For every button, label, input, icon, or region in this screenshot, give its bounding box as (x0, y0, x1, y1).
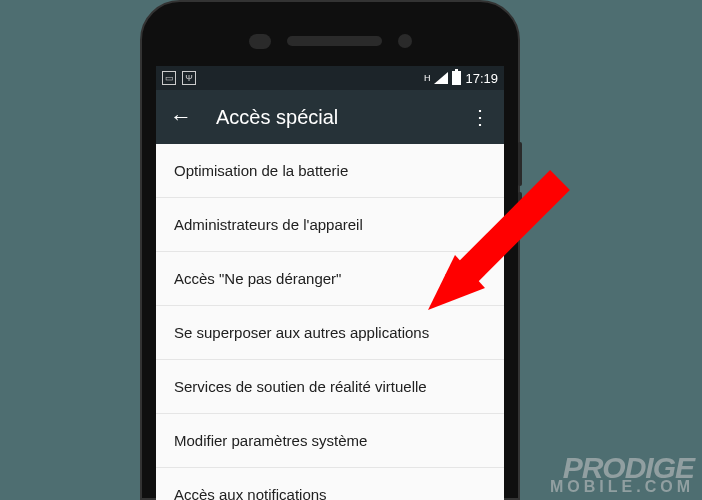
settings-list: Optimisation de la batterie Administrate… (156, 144, 504, 500)
volume-down-button[interactable] (518, 192, 522, 236)
battery-icon (452, 71, 461, 85)
list-item-overlay-apps[interactable]: Se superposer aux autres applications (156, 306, 504, 360)
list-item-label: Accès aux notifications (174, 486, 327, 500)
list-item-do-not-disturb[interactable]: Accès "Ne pas déranger" (156, 252, 504, 306)
speaker-grille (287, 36, 382, 46)
more-vert-icon[interactable]: ⋮ (470, 105, 490, 129)
list-item-modify-system[interactable]: Modifier paramètres système (156, 414, 504, 468)
list-item-label: Services de soutien de réalité virtuelle (174, 378, 427, 395)
volume-up-button[interactable] (518, 142, 522, 186)
phone-hardware-top (156, 16, 504, 66)
camera-hole (249, 34, 271, 49)
usb-icon: Ψ (182, 71, 196, 85)
image-icon: ▭ (162, 71, 176, 85)
list-item-label: Optimisation de la batterie (174, 162, 348, 179)
watermark-line2: MOBILE.COM (550, 480, 694, 494)
list-item-vr-services[interactable]: Services de soutien de réalité virtuelle (156, 360, 504, 414)
list-item-label: Se superposer aux autres applications (174, 324, 429, 341)
sensor-dot (398, 34, 412, 48)
signal-icon (434, 72, 448, 84)
page-title: Accès spécial (216, 106, 446, 129)
network-type: H (424, 73, 431, 83)
list-item-label: Administrateurs de l'appareil (174, 216, 363, 233)
status-bar: ▭ Ψ H 17:19 (156, 66, 504, 90)
back-arrow-icon[interactable]: ← (170, 104, 192, 130)
list-item-battery-optimization[interactable]: Optimisation de la batterie (156, 144, 504, 198)
app-bar: ← Accès spécial ⋮ (156, 90, 504, 144)
clock: 17:19 (465, 71, 498, 86)
watermark: PRODIGE MOBILE.COM (550, 455, 694, 494)
list-item-label: Modifier paramètres système (174, 432, 367, 449)
watermark-line1: PRODIGE (550, 455, 694, 481)
phone-frame: ▭ Ψ H 17:19 ← Accès spécial ⋮ Optimisati… (140, 0, 520, 500)
list-item-notification-access[interactable]: Accès aux notifications (156, 468, 504, 500)
screen: ▭ Ψ H 17:19 ← Accès spécial ⋮ Optimisati… (156, 66, 504, 500)
list-item-device-admins[interactable]: Administrateurs de l'appareil (156, 198, 504, 252)
list-item-label: Accès "Ne pas déranger" (174, 270, 341, 287)
